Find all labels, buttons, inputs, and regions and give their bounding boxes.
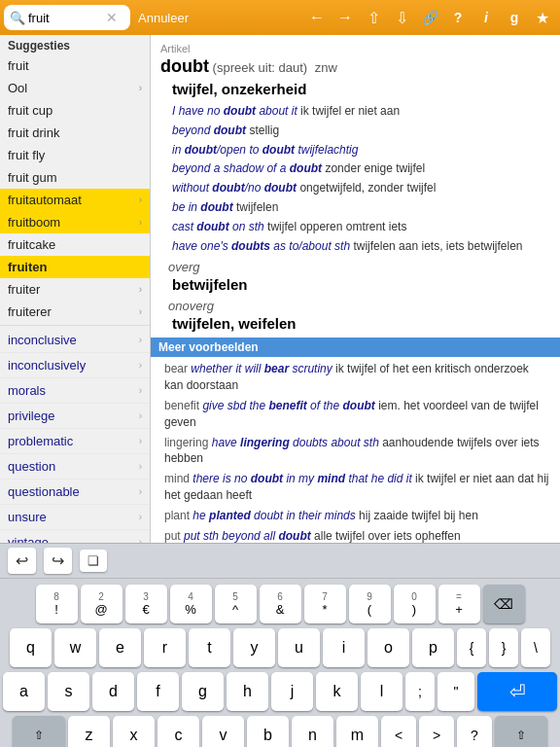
- key-quote[interactable]: ": [438, 672, 474, 711]
- undo-button[interactable]: ↩: [8, 548, 36, 574]
- up-icon[interactable]: ⇧: [360, 4, 387, 31]
- word-question[interactable]: question›: [0, 454, 150, 480]
- key-u[interactable]: u: [278, 628, 320, 667]
- word-privilege[interactable]: privilege›: [0, 404, 150, 429]
- key-o[interactable]: o: [368, 628, 409, 667]
- key-backspace[interactable]: ⌫: [483, 585, 525, 623]
- annuleer-button[interactable]: Annuleer: [132, 11, 194, 25]
- search-icon: 🔍: [10, 11, 25, 25]
- key-k[interactable]: k: [316, 672, 358, 711]
- key-rbrace[interactable]: }: [489, 628, 518, 667]
- word-questionable[interactable]: questionable›: [0, 480, 150, 505]
- key-r[interactable]: r: [144, 628, 186, 667]
- key-d[interactable]: d: [92, 672, 134, 711]
- example-cast-doubt: cast doubt on sth twijfel opperen omtren…: [168, 219, 550, 235]
- word-vintage[interactable]: vintage›: [0, 530, 150, 543]
- key-l[interactable]: l: [361, 672, 402, 711]
- key-c[interactable]: c: [158, 716, 199, 747]
- star-icon[interactable]: ★: [529, 4, 556, 31]
- key-lbrace[interactable]: {: [457, 628, 486, 667]
- key-6-amp[interactable]: 6&: [260, 585, 301, 623]
- redo-button[interactable]: ↪: [44, 548, 72, 574]
- key-q[interactable]: q: [10, 628, 52, 667]
- suggestion-fruiterer[interactable]: fruiterer›: [0, 301, 150, 323]
- key-2-at[interactable]: 2@: [81, 585, 122, 623]
- more-examples-header: Meer voorbeelden: [151, 338, 560, 357]
- left-panel: Suggesties fruit Ool› fruit cup fruit dr…: [0, 35, 151, 543]
- word-inconclusive[interactable]: inconclusive›: [0, 328, 150, 353]
- suggestion-fruitfly[interactable]: fruit fly: [0, 144, 150, 166]
- word-problematic[interactable]: problematic›: [0, 429, 150, 454]
- key-s[interactable]: s: [48, 672, 89, 711]
- key-9-lparen[interactable]: 9(: [349, 585, 391, 623]
- suggestion-fruiten[interactable]: fruiten: [0, 256, 150, 278]
- key-w[interactable]: w: [54, 628, 96, 667]
- example-have-doubts: have one's doubts as to/about sth twijfe…: [168, 238, 550, 255]
- back-icon[interactable]: ←: [303, 4, 331, 31]
- key-slash[interactable]: ?: [457, 716, 492, 747]
- suggestion-fruitautomaat[interactable]: fruitautomaat›: [0, 189, 150, 211]
- down-icon[interactable]: ⇩: [388, 4, 415, 31]
- suggestion-fruitdrink[interactable]: fruit drink: [0, 122, 150, 144]
- search-input[interactable]: [28, 11, 106, 25]
- paste-button[interactable]: ❏: [80, 550, 107, 572]
- example-no-doubt: I have no doubt about it ik twijfel er n…: [168, 103, 550, 120]
- key-y[interactable]: y: [233, 628, 275, 667]
- return-key[interactable]: ⏎: [477, 672, 557, 711]
- key-n[interactable]: n: [292, 716, 333, 747]
- key-gt[interactable]: >: [419, 716, 454, 747]
- key-7-star[interactable]: 7*: [304, 585, 346, 623]
- key-p[interactable]: p: [412, 628, 454, 667]
- word-morals[interactable]: morals›: [0, 378, 150, 404]
- right-panel: Artikel doubt (spreek uit: daut) znw twi…: [151, 35, 560, 543]
- suggestion-ool[interactable]: Ool›: [0, 77, 150, 99]
- search-box[interactable]: 🔍 ✕: [4, 5, 130, 30]
- key-j[interactable]: j: [271, 672, 313, 711]
- key-t[interactable]: t: [189, 628, 230, 667]
- headword: doubt: [160, 56, 209, 76]
- key-4-pct[interactable]: 4%: [170, 585, 212, 623]
- key-3-euro[interactable]: 3€: [125, 585, 167, 623]
- key-a[interactable]: a: [3, 672, 45, 711]
- suggestion-fruitcake[interactable]: fruitcake: [0, 233, 150, 256]
- key-0-rparen[interactable]: 0): [394, 585, 436, 623]
- key-v[interactable]: v: [202, 716, 244, 747]
- key-colon[interactable]: ;: [405, 672, 435, 711]
- key-g[interactable]: g: [182, 672, 224, 711]
- suggestion-fruitboom[interactable]: fruitboom›: [0, 211, 150, 233]
- qwerty-row: q w e r t y u i o p { } \: [0, 628, 560, 667]
- suggestion-fruitcup[interactable]: fruit cup: [0, 99, 150, 122]
- shift-key-left[interactable]: ⇧: [13, 716, 65, 747]
- key-x[interactable]: x: [113, 716, 155, 747]
- link-icon[interactable]: 🔗: [416, 4, 443, 31]
- key-b[interactable]: b: [247, 716, 289, 747]
- onoverg-label: onoverg: [168, 299, 550, 313]
- word-inconclusively[interactable]: inconclusively›: [0, 353, 150, 378]
- key-eq-plus[interactable]: =+: [438, 585, 480, 623]
- key-m[interactable]: m: [336, 716, 378, 747]
- key-8-1[interactable]: 8!: [36, 585, 78, 623]
- key-f[interactable]: f: [137, 672, 179, 711]
- keyboard: ↩ ↪ ❏ 8! 2@ 3€ 4% 5^ 6& 7* 9( 0) =+ ⌫ q …: [0, 543, 560, 747]
- suggestion-fruitgum[interactable]: fruit gum: [0, 166, 150, 189]
- translation-main: twijfel, onzekerheid: [172, 81, 550, 97]
- google-icon[interactable]: g: [501, 4, 528, 31]
- key-i[interactable]: i: [323, 628, 365, 667]
- forward-icon[interactable]: →: [332, 4, 359, 31]
- example-be-in-doubt: be in doubt twijfelen: [168, 199, 550, 216]
- key-lt[interactable]: <: [381, 716, 416, 747]
- key-backslash[interactable]: \: [521, 628, 550, 667]
- more-plant: plant he planted doubt in their minds hi…: [160, 508, 550, 524]
- overg-label: overg: [168, 260, 550, 274]
- key-5-caret[interactable]: 5^: [215, 585, 257, 623]
- key-h[interactable]: h: [227, 672, 268, 711]
- suggestion-fruit[interactable]: fruit: [0, 54, 150, 77]
- info-icon[interactable]: i: [472, 4, 500, 31]
- suggestion-fruiter[interactable]: fruiter›: [0, 278, 150, 301]
- shift-key-right[interactable]: ⇧: [495, 716, 547, 747]
- word-unsure[interactable]: unsure›: [0, 505, 150, 530]
- key-z[interactable]: z: [68, 716, 110, 747]
- key-e[interactable]: e: [99, 628, 141, 667]
- help-icon[interactable]: ?: [444, 4, 472, 31]
- clear-icon[interactable]: ✕: [106, 10, 118, 25]
